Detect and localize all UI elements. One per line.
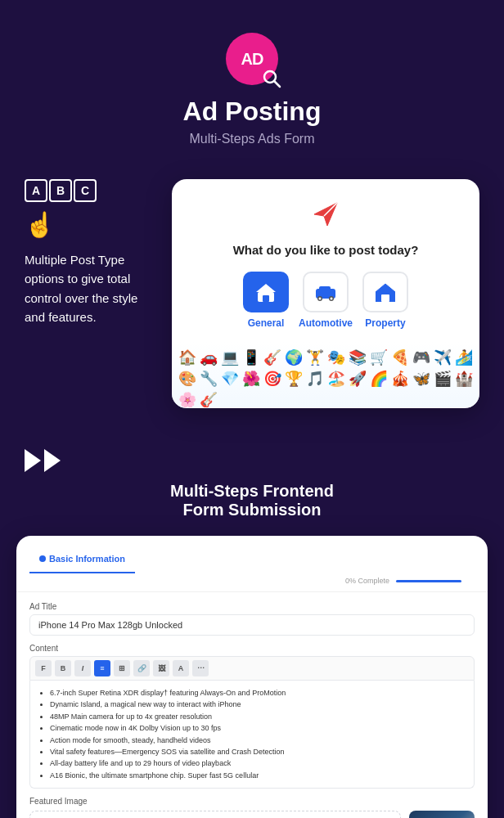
emoji: 🍕 [391, 348, 409, 366]
list-item: A16 Bionic, the ultimate smartphone chip… [50, 770, 466, 781]
content-list: 6.7-inch Super Retina XDR display† featu… [38, 687, 466, 781]
svg-rect-3 [263, 295, 269, 302]
section-2: Multi-Steps FrontendForm Submission Basi… [0, 433, 504, 818]
toolbar-bold[interactable]: B [55, 660, 71, 676]
card-question: What do you like to post today? [188, 243, 463, 257]
toolbar-more[interactable]: ⋯ [192, 660, 209, 676]
emoji: 🎨 [178, 370, 196, 388]
post-type-automotive[interactable]: Automotive [299, 272, 353, 329]
emoji: 🦋 [412, 370, 430, 388]
progress-bar-row: 0% Complete [29, 573, 475, 591]
post-type-general[interactable]: General [243, 272, 289, 329]
tab-label: Basic Information [49, 554, 125, 564]
emoji: ✈️ [434, 348, 452, 366]
list-item: 48MP Main camera for up to 4x greater re… [50, 711, 466, 722]
automotive-label: Automotive [299, 317, 353, 329]
emoji: 🎮 [412, 348, 430, 366]
svg-rect-5 [319, 286, 331, 293]
post-type-card: What do you like to post today? General [172, 179, 479, 408]
emoji: 💎 [221, 370, 239, 388]
emoji: 🚀 [349, 370, 367, 388]
emoji: 🎬 [434, 370, 452, 388]
section-1: A B C ☝️ Multiple Post Type options to g… [0, 163, 504, 433]
emoji-decoration: 🏠🚗💻📱🎸🌍🏋️🎭📚🛒🍕🎮✈️🏄🎨🔧💎🌺🎯🏆🎵🏖️🚀🌈🎪🦋🎬🏰🌸🎸 [172, 342, 479, 407]
basic-info-tab[interactable]: Basic Information [29, 547, 135, 573]
arrow-right-1 [25, 449, 41, 472]
form-body: Ad Title iPhone 14 Pro Max 128gb Unlocke… [16, 592, 488, 818]
svg-point-9 [331, 298, 333, 300]
toolbar-image[interactable]: 🖼 [153, 660, 169, 676]
emoji: 🌺 [242, 370, 260, 388]
emoji: 📱 [242, 348, 260, 366]
property-label: Property [365, 317, 405, 329]
svg-rect-10 [381, 294, 389, 302]
logo-wrapper: AD [226, 33, 278, 85]
app-subtitle: Multi-Steps Ads Form [190, 132, 315, 146]
form-mockup: Basic Information 0% Complete Ad Title i… [16, 536, 488, 818]
hand-icon: ☝️ [25, 210, 155, 239]
emoji: 📚 [349, 348, 367, 366]
header: AD Ad Posting Multi-Steps Ads Form [0, 0, 504, 163]
emoji: 🌍 [285, 348, 303, 366]
section-1-description: Multiple Post Type options to give total… [25, 250, 155, 326]
abc-icon: A B C [25, 179, 155, 202]
toolbar-font[interactable]: F [35, 660, 52, 676]
emoji: 🛒 [370, 348, 388, 366]
arrow-right-2 [44, 449, 61, 472]
content-area[interactable]: 6.7-inch Super Retina XDR display† featu… [29, 681, 475, 789]
toolbar-list[interactable]: ≡ [94, 660, 110, 676]
form-header: Basic Information 0% Complete [16, 536, 488, 592]
progress-bar [396, 580, 461, 582]
post-type-property[interactable]: Property [362, 272, 408, 329]
paper-plane-icon [188, 199, 463, 233]
emoji: 🎯 [263, 370, 281, 388]
content-toolbar: F B I ≡ ⊞ 🔗 🖼 A ⋯ [29, 656, 475, 681]
content-label: Content [29, 644, 475, 653]
emoji: 🎸 [263, 348, 281, 366]
list-item: All-day battery life and up to 29 hours … [50, 757, 466, 769]
emoji: 🎪 [391, 370, 409, 388]
toolbar-italic[interactable]: I [74, 660, 91, 676]
toolbar-color[interactable]: A [173, 660, 189, 676]
featured-image-row: ⬆ Choose File [29, 811, 475, 818]
upload-box[interactable]: ⬆ Choose File [29, 811, 401, 818]
ad-title-label: Ad Title [29, 602, 475, 611]
emoji: 🔧 [200, 370, 218, 388]
post-type-options: General Automotive [188, 272, 463, 329]
emoji: 🌈 [370, 370, 388, 388]
list-item: Action mode for smooth, steady, handheld… [50, 735, 466, 746]
emoji: 🏠 [178, 348, 196, 366]
ad-title-input[interactable]: iPhone 14 Pro Max 128gb Unlocked [29, 614, 475, 636]
emoji: 🏰 [455, 370, 473, 388]
emoji: 🚗 [200, 348, 218, 366]
emoji: 🌸 [178, 391, 196, 407]
emoji: 💻 [221, 348, 239, 366]
svg-point-7 [319, 298, 322, 300]
list-item: Vital safety features—Emergency SOS via … [50, 746, 466, 757]
general-label: General [248, 317, 285, 329]
toolbar-link[interactable]: 🔗 [133, 660, 150, 676]
arrows-icon [25, 449, 479, 472]
progress-label: 0% Complete [345, 577, 389, 585]
section-2-title: Multi-Steps FrontendForm Submission [25, 482, 479, 519]
search-icon [262, 69, 281, 88]
tab-dot [39, 555, 46, 562]
emoji: 🏆 [285, 370, 303, 388]
emoji: 🏄 [455, 348, 473, 366]
toolbar-align[interactable]: ⊞ [114, 660, 130, 676]
emoji: 🏋️ [306, 348, 324, 366]
emoji: 🎵 [306, 370, 324, 388]
featured-image-label: Featured Image [29, 797, 475, 806]
emoji: 🎭 [327, 348, 345, 366]
logo-text: AD [241, 50, 263, 69]
emoji: 🏖️ [327, 370, 345, 388]
form-tabs: Basic Information [29, 547, 475, 573]
image-preview [409, 811, 475, 818]
svg-line-1 [274, 81, 280, 87]
list-item: Dynamic Island, a magical new way to int… [50, 699, 466, 710]
emoji: 🎸 [200, 391, 218, 407]
list-item: 6.7-inch Super Retina XDR display† featu… [50, 687, 466, 699]
app-title: Ad Posting [16, 97, 488, 127]
section-1-left: A B C ☝️ Multiple Post Type options to g… [25, 179, 155, 326]
list-item: Cinematic mode now in 4K Dolby Vision up… [50, 722, 466, 734]
